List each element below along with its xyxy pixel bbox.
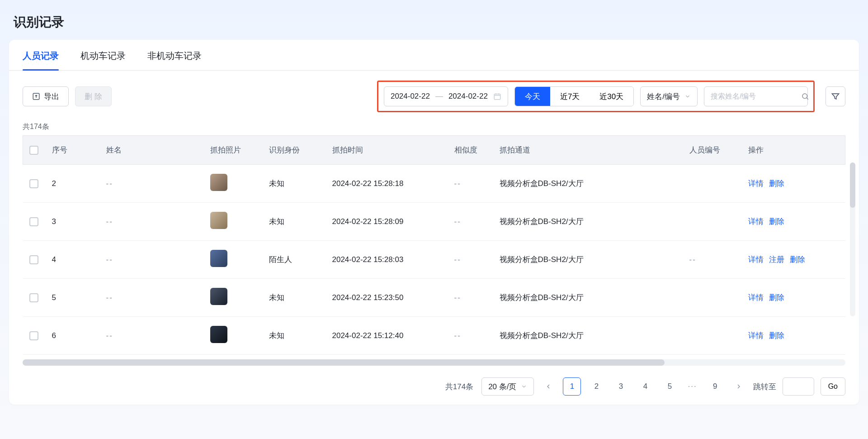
total-count: 共174条 [9, 117, 859, 135]
page-3[interactable]: 3 [612, 377, 630, 396]
date-quick-range: 今天 近7天 近30天 [514, 86, 634, 106]
page-size-select[interactable]: 20 条/页 [481, 377, 534, 396]
cell-time: 2024-02-22 15:28:18 [326, 165, 448, 203]
date-start: 2024-02-22 [391, 92, 430, 101]
date-range-picker[interactable]: 2024-02-22 — 2024-02-22 [384, 86, 508, 106]
prev-page-button[interactable] [540, 378, 557, 395]
cell-time: 2024-02-22 15:12:40 [326, 317, 448, 355]
cell-seq: 3 [46, 203, 100, 241]
row-checkbox[interactable] [29, 179, 38, 188]
capture-thumbnail[interactable] [210, 288, 227, 305]
row-action-删除[interactable]: 删除 [769, 217, 784, 226]
table-wrap: 序号 姓名 抓拍照片 识别身份 抓拍时间 相似度 抓拍通道 人员编号 操作 2 … [9, 135, 859, 355]
cell-similarity: -- [448, 203, 493, 241]
row-action-删除[interactable]: 删除 [769, 331, 784, 340]
chevron-down-icon [684, 93, 691, 100]
cell-ops: 详情删除 [742, 165, 845, 203]
capture-thumbnail[interactable] [210, 174, 227, 191]
capture-thumbnail[interactable] [210, 250, 227, 267]
next-page-button[interactable] [731, 378, 747, 395]
page-size-label: 20 条/页 [488, 382, 516, 392]
toolbar: 导出 删 除 2024-02-22 — 2024-02-22 今天 近7天 近3… [9, 71, 859, 117]
cell-identity: 陌生人 [263, 241, 326, 279]
date-end: 2024-02-22 [448, 92, 488, 101]
cell-channel: 视频分析盒DB-SH2/大厅 [493, 317, 683, 355]
filter-button[interactable] [826, 86, 845, 106]
tab-nonmotor[interactable]: 非机动车记录 [147, 40, 202, 70]
vertical-scrollbar[interactable] [850, 162, 855, 316]
table-row: 2 -- 未知 2024-02-22 15:28:18 -- 视频分析盒DB-S… [23, 165, 845, 203]
filter-highlight: 2024-02-22 — 2024-02-22 今天 近7天 近30天 姓名/编… [377, 81, 815, 112]
cell-name: -- [100, 317, 204, 355]
horizontal-scrollbar[interactable] [23, 359, 845, 366]
cell-time: 2024-02-22 15:23:50 [326, 279, 448, 317]
horizontal-scroll-thumb[interactable] [23, 359, 665, 366]
tabs: 人员记录 机动车记录 非机动车记录 [9, 40, 859, 71]
row-action-详情[interactable]: 详情 [748, 255, 764, 264]
search-icon[interactable] [801, 92, 809, 100]
cell-person-no [683, 279, 742, 317]
search-field-select[interactable]: 姓名/编号 [640, 86, 698, 106]
row-action-详情[interactable]: 详情 [748, 217, 764, 226]
cell-ops: 详情删除 [742, 279, 845, 317]
cell-identity: 未知 [263, 279, 326, 317]
cell-channel: 视频分析盒DB-SH2/大厅 [493, 279, 683, 317]
cell-time: 2024-02-22 15:28:03 [326, 241, 448, 279]
jump-go-button[interactable]: Go [821, 377, 845, 396]
pagination: 共174条 20 条/页 1 2 3 4 5 ··· 9 跳转至 Go [9, 366, 859, 405]
table-row: 5 -- 未知 2024-02-22 15:23:50 -- 视频分析盒DB-S… [23, 279, 845, 317]
cell-identity: 未知 [263, 317, 326, 355]
cell-person-no [683, 317, 742, 355]
export-button[interactable]: 导出 [23, 86, 69, 106]
calendar-icon [493, 92, 501, 100]
row-action-详情[interactable]: 详情 [748, 331, 764, 340]
jump-input[interactable] [783, 377, 814, 396]
date-separator: — [435, 92, 443, 101]
page-5[interactable]: 5 [660, 377, 679, 396]
range-7d-button[interactable]: 近7天 [550, 87, 590, 106]
row-action-删除[interactable]: 删除 [769, 179, 784, 188]
pagination-total: 共174条 [445, 382, 473, 392]
search-box [704, 86, 808, 106]
page-1[interactable]: 1 [563, 377, 581, 396]
capture-thumbnail[interactable] [210, 326, 227, 343]
cell-name: -- [100, 279, 204, 317]
cell-similarity: -- [448, 241, 493, 279]
row-action-删除[interactable]: 删除 [769, 293, 784, 302]
page-ellipsis: ··· [685, 382, 699, 391]
chevron-down-icon [521, 383, 527, 390]
page-last[interactable]: 9 [706, 377, 724, 396]
cell-seq: 2 [46, 165, 100, 203]
tab-personnel[interactable]: 人员记录 [23, 40, 59, 70]
search-input[interactable] [711, 92, 801, 100]
range-30d-button[interactable]: 近30天 [590, 87, 633, 106]
range-today-button[interactable]: 今天 [515, 87, 550, 106]
filter-icon [831, 92, 840, 101]
row-action-详情[interactable]: 详情 [748, 293, 764, 302]
row-checkbox[interactable] [29, 293, 38, 302]
row-action-注册[interactable]: 注册 [769, 255, 784, 264]
col-ops: 操作 [742, 136, 845, 165]
cell-person-no [683, 203, 742, 241]
row-checkbox[interactable] [29, 255, 38, 264]
col-seq: 序号 [46, 136, 100, 165]
select-all-checkbox[interactable] [29, 146, 38, 155]
row-checkbox[interactable] [29, 217, 38, 226]
table-row: 3 -- 未知 2024-02-22 15:28:09 -- 视频分析盒DB-S… [23, 203, 845, 241]
row-action-详情[interactable]: 详情 [748, 179, 764, 188]
row-action-删除[interactable]: 删除 [790, 255, 805, 264]
vertical-scroll-thumb[interactable] [850, 162, 855, 208]
cell-similarity: -- [448, 317, 493, 355]
cell-channel: 视频分析盒DB-SH2/大厅 [493, 165, 683, 203]
jump-label: 跳转至 [753, 382, 776, 392]
row-checkbox[interactable] [29, 331, 38, 340]
tab-vehicle[interactable]: 机动车记录 [80, 40, 126, 70]
page-4[interactable]: 4 [636, 377, 654, 396]
cell-name: -- [100, 165, 204, 203]
delete-button: 删 除 [75, 86, 112, 106]
cell-seq: 6 [46, 317, 100, 355]
capture-thumbnail[interactable] [210, 212, 227, 229]
col-photo: 抓拍照片 [204, 136, 263, 165]
page-2[interactable]: 2 [587, 377, 605, 396]
col-name: 姓名 [100, 136, 204, 165]
